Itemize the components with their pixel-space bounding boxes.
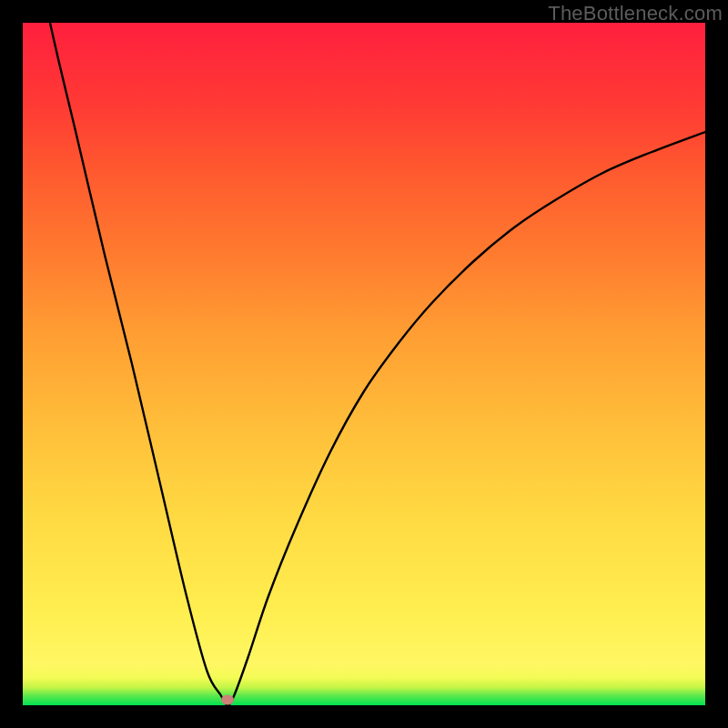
chart-frame bbox=[23, 23, 705, 705]
watermark-text: TheBottleneck.com bbox=[548, 2, 723, 25]
bottleneck-curve bbox=[23, 23, 705, 705]
chart-plot-area bbox=[23, 23, 705, 705]
minimum-marker bbox=[221, 695, 234, 705]
